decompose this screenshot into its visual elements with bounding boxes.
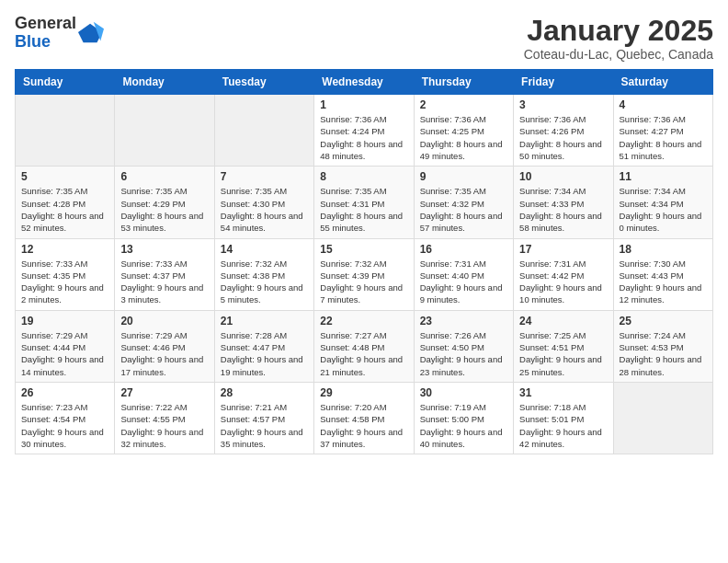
title-block: January 2025 Coteau-du-Lac, Quebec, Cana… bbox=[524, 15, 713, 62]
day-cell: 31Sunrise: 7:18 AMSunset: 5:01 PMDayligh… bbox=[514, 382, 613, 454]
day-number: 21 bbox=[221, 315, 308, 327]
weekday-header-thursday: Thursday bbox=[414, 70, 513, 95]
week-row-2: 5Sunrise: 7:35 AMSunset: 4:28 PMDaylight… bbox=[16, 167, 713, 238]
day-info: Sunrise: 7:35 AMSunset: 4:30 PMDaylight:… bbox=[221, 185, 308, 234]
calendar-title: January 2025 bbox=[524, 15, 713, 47]
day-info: Sunrise: 7:30 AMSunset: 4:43 PMDaylight:… bbox=[620, 258, 707, 306]
weekday-header-wednesday: Wednesday bbox=[314, 70, 414, 95]
day-info: Sunrise: 7:36 AMSunset: 4:24 PMDaylight:… bbox=[320, 113, 407, 162]
day-info: Sunrise: 7:25 AMSunset: 4:51 PMDaylight:… bbox=[519, 329, 607, 378]
day-number: 1 bbox=[320, 98, 407, 111]
weekday-header-tuesday: Tuesday bbox=[214, 70, 313, 95]
weekday-header-sunday: Sunday bbox=[16, 70, 115, 95]
day-number: 8 bbox=[320, 170, 407, 183]
day-cell: 3Sunrise: 7:36 AMSunset: 4:26 PMDaylight… bbox=[514, 95, 613, 167]
day-info: Sunrise: 7:36 AMSunset: 4:27 PMDaylight:… bbox=[620, 113, 707, 162]
day-number: 27 bbox=[120, 386, 208, 399]
weekday-header-monday: Monday bbox=[115, 70, 214, 95]
day-cell: 5Sunrise: 7:35 AMSunset: 4:28 PMDaylight… bbox=[16, 167, 115, 238]
day-info: Sunrise: 7:32 AMSunset: 4:39 PMDaylight:… bbox=[320, 258, 407, 306]
day-info: Sunrise: 7:24 AMSunset: 4:53 PMDaylight:… bbox=[620, 329, 707, 378]
day-cell: 11Sunrise: 7:34 AMSunset: 4:34 PMDayligh… bbox=[613, 167, 712, 238]
day-number: 30 bbox=[420, 386, 507, 399]
day-info: Sunrise: 7:20 AMSunset: 4:58 PMDaylight:… bbox=[320, 401, 407, 450]
day-cell: 22Sunrise: 7:27 AMSunset: 4:48 PMDayligh… bbox=[314, 310, 414, 382]
day-number: 24 bbox=[519, 315, 607, 327]
day-info: Sunrise: 7:29 AMSunset: 4:46 PMDaylight:… bbox=[120, 329, 208, 378]
day-info: Sunrise: 7:28 AMSunset: 4:47 PMDaylight:… bbox=[221, 329, 308, 378]
day-cell bbox=[115, 95, 214, 167]
day-cell: 16Sunrise: 7:31 AMSunset: 4:40 PMDayligh… bbox=[414, 238, 513, 310]
week-row-3: 12Sunrise: 7:33 AMSunset: 4:35 PMDayligh… bbox=[16, 238, 713, 310]
logo-icon bbox=[78, 20, 104, 46]
day-info: Sunrise: 7:29 AMSunset: 4:44 PMDaylight:… bbox=[21, 329, 108, 378]
day-cell: 26Sunrise: 7:23 AMSunset: 4:54 PMDayligh… bbox=[16, 382, 115, 454]
day-number: 25 bbox=[620, 315, 707, 327]
week-row-5: 26Sunrise: 7:23 AMSunset: 4:54 PMDayligh… bbox=[16, 382, 713, 454]
day-cell: 18Sunrise: 7:30 AMSunset: 4:43 PMDayligh… bbox=[613, 238, 712, 310]
day-cell: 7Sunrise: 7:35 AMSunset: 4:30 PMDaylight… bbox=[214, 167, 313, 238]
day-cell: 23Sunrise: 7:26 AMSunset: 4:50 PMDayligh… bbox=[414, 310, 513, 382]
day-cell bbox=[214, 95, 313, 167]
day-number: 13 bbox=[120, 243, 208, 256]
day-info: Sunrise: 7:22 AMSunset: 4:55 PMDaylight:… bbox=[120, 401, 208, 450]
day-number: 4 bbox=[620, 98, 707, 111]
day-cell: 4Sunrise: 7:36 AMSunset: 4:27 PMDaylight… bbox=[613, 95, 712, 167]
week-row-4: 19Sunrise: 7:29 AMSunset: 4:44 PMDayligh… bbox=[16, 310, 713, 382]
day-cell: 21Sunrise: 7:28 AMSunset: 4:47 PMDayligh… bbox=[214, 310, 313, 382]
day-cell: 8Sunrise: 7:35 AMSunset: 4:31 PMDaylight… bbox=[314, 167, 414, 238]
day-number: 26 bbox=[21, 386, 108, 399]
page-header: GeneralBlue January 2025 Coteau-du-Lac, … bbox=[15, 15, 713, 62]
day-info: Sunrise: 7:18 AMSunset: 5:01 PMDaylight:… bbox=[519, 401, 607, 450]
day-number: 5 bbox=[21, 170, 108, 183]
day-number: 23 bbox=[420, 315, 507, 327]
day-info: Sunrise: 7:27 AMSunset: 4:48 PMDaylight:… bbox=[320, 329, 407, 378]
day-info: Sunrise: 7:34 AMSunset: 4:34 PMDaylight:… bbox=[620, 185, 707, 234]
day-cell: 25Sunrise: 7:24 AMSunset: 4:53 PMDayligh… bbox=[613, 310, 712, 382]
day-cell: 10Sunrise: 7:34 AMSunset: 4:33 PMDayligh… bbox=[514, 167, 613, 238]
day-number: 10 bbox=[519, 170, 607, 183]
day-info: Sunrise: 7:26 AMSunset: 4:50 PMDaylight:… bbox=[420, 329, 507, 378]
day-number: 7 bbox=[221, 170, 308, 183]
day-cell: 15Sunrise: 7:32 AMSunset: 4:39 PMDayligh… bbox=[314, 238, 414, 310]
day-info: Sunrise: 7:35 AMSunset: 4:31 PMDaylight:… bbox=[320, 185, 407, 234]
day-number: 29 bbox=[320, 386, 407, 399]
logo-text: GeneralBlue bbox=[15, 15, 76, 52]
day-cell: 12Sunrise: 7:33 AMSunset: 4:35 PMDayligh… bbox=[16, 238, 115, 310]
day-info: Sunrise: 7:19 AMSunset: 5:00 PMDaylight:… bbox=[420, 401, 507, 450]
day-number: 6 bbox=[120, 170, 208, 183]
weekday-header-row: SundayMondayTuesdayWednesdayThursdayFrid… bbox=[16, 70, 713, 95]
day-info: Sunrise: 7:32 AMSunset: 4:38 PMDaylight:… bbox=[221, 258, 308, 306]
day-number: 12 bbox=[21, 243, 108, 256]
day-info: Sunrise: 7:23 AMSunset: 4:54 PMDaylight:… bbox=[21, 401, 108, 450]
day-info: Sunrise: 7:35 AMSunset: 4:32 PMDaylight:… bbox=[420, 185, 507, 234]
day-number: 28 bbox=[221, 386, 308, 399]
day-number: 31 bbox=[519, 386, 607, 399]
day-number: 11 bbox=[620, 170, 707, 183]
day-info: Sunrise: 7:33 AMSunset: 4:37 PMDaylight:… bbox=[120, 258, 208, 306]
day-cell: 28Sunrise: 7:21 AMSunset: 4:57 PMDayligh… bbox=[214, 382, 313, 454]
day-number: 18 bbox=[620, 243, 707, 256]
day-number: 20 bbox=[120, 315, 208, 327]
day-cell: 20Sunrise: 7:29 AMSunset: 4:46 PMDayligh… bbox=[115, 310, 214, 382]
day-number: 22 bbox=[320, 315, 407, 327]
day-cell: 24Sunrise: 7:25 AMSunset: 4:51 PMDayligh… bbox=[514, 310, 613, 382]
day-number: 14 bbox=[221, 243, 308, 256]
day-cell: 29Sunrise: 7:20 AMSunset: 4:58 PMDayligh… bbox=[314, 382, 414, 454]
day-cell: 19Sunrise: 7:29 AMSunset: 4:44 PMDayligh… bbox=[16, 310, 115, 382]
day-cell: 2Sunrise: 7:36 AMSunset: 4:25 PMDaylight… bbox=[414, 95, 513, 167]
day-cell: 27Sunrise: 7:22 AMSunset: 4:55 PMDayligh… bbox=[115, 382, 214, 454]
day-number: 2 bbox=[420, 98, 507, 111]
day-cell: 30Sunrise: 7:19 AMSunset: 5:00 PMDayligh… bbox=[414, 382, 513, 454]
day-info: Sunrise: 7:36 AMSunset: 4:26 PMDaylight:… bbox=[519, 113, 607, 162]
day-info: Sunrise: 7:35 AMSunset: 4:29 PMDaylight:… bbox=[120, 185, 208, 234]
week-row-1: 1Sunrise: 7:36 AMSunset: 4:24 PMDaylight… bbox=[16, 95, 713, 167]
day-info: Sunrise: 7:33 AMSunset: 4:35 PMDaylight:… bbox=[21, 258, 108, 306]
day-info: Sunrise: 7:36 AMSunset: 4:25 PMDaylight:… bbox=[420, 113, 507, 162]
day-cell: 14Sunrise: 7:32 AMSunset: 4:38 PMDayligh… bbox=[214, 238, 313, 310]
day-number: 16 bbox=[420, 243, 507, 256]
day-cell: 17Sunrise: 7:31 AMSunset: 4:42 PMDayligh… bbox=[514, 238, 613, 310]
day-cell: 1Sunrise: 7:36 AMSunset: 4:24 PMDaylight… bbox=[314, 95, 414, 167]
calendar-subtitle: Coteau-du-Lac, Quebec, Canada bbox=[524, 47, 713, 62]
day-info: Sunrise: 7:35 AMSunset: 4:28 PMDaylight:… bbox=[21, 185, 108, 234]
